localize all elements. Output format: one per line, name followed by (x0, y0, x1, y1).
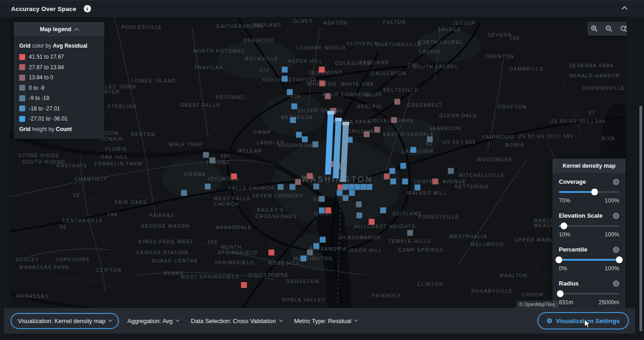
dropdown-label: Data Selection: Cross Validation (191, 318, 276, 324)
map-attribution[interactable]: © OpenMapTiles (516, 301, 558, 308)
slider-minmax: 831m25000m (559, 299, 619, 306)
slider-label-radius: Radius (559, 280, 579, 287)
density-bar-cap (335, 118, 342, 121)
map-canvas[interactable]: POOLESVILLEGAITHERSBURGREDLANDOLNEYASHTO… (10, 17, 627, 308)
slider-track-percentile[interactable] (559, 256, 619, 263)
slider-handle[interactable] (591, 189, 598, 196)
slider-fill (559, 259, 619, 261)
kernel-panel-header: Kernel density map (552, 159, 626, 173)
legend-range-label: 27.67 to 13.84 (29, 64, 64, 71)
slider-max-label: 100% (605, 231, 619, 238)
slider-section-elevation-scale: Elevation Scale10%100% (552, 207, 626, 241)
legend-item: 27.67 to 13.84 (19, 64, 99, 71)
legend-metric-word: Avg Residual (53, 43, 87, 49)
slider-min-label: 831m (559, 299, 573, 306)
slider-handle[interactable] (557, 291, 563, 297)
slider-track (559, 225, 619, 227)
info-icon[interactable] (613, 179, 619, 185)
chevron-up-icon (74, 28, 79, 33)
slider-label-row: Percentile (559, 246, 619, 253)
slider-section-percentile: Percentile0%100% (552, 241, 626, 274)
widget-header: Accuracy Over Space (0, 0, 644, 17)
slider-label-elevation-scale: Elevation Scale (559, 212, 602, 219)
slider-max-label: 100% (605, 265, 619, 272)
settings-button-label: Visualization Settings (556, 318, 620, 324)
density-bar-cap (327, 111, 334, 115)
vertical-scrollbar[interactable] (639, 106, 642, 331)
slider-handle[interactable] (560, 223, 567, 230)
info-icon[interactable] (613, 247, 619, 253)
legend-item: 41.51 to 27.67 (19, 54, 99, 60)
legend-color-chip (19, 64, 25, 70)
legend-grid-word: Grid (19, 43, 31, 49)
slider-minmax: 0%100% (559, 265, 619, 272)
dropdown-aggregation[interactable]: Aggregation: Avg (127, 318, 179, 324)
zoom-reset-icon[interactable] (618, 23, 627, 34)
zoom-in-icon[interactable] (589, 23, 600, 34)
slider-label-percentile: Percentile (559, 246, 587, 253)
chevron-down-icon (354, 318, 358, 322)
dropdown-metric-type[interactable]: Metric Type: Residual (294, 318, 358, 324)
slider-section-radius: Radius831m25000m (552, 274, 626, 308)
map-legend-header[interactable]: Map legend (14, 22, 104, 36)
slider-min-label: 10% (559, 231, 570, 238)
legend-range-label: 0 to -9 (29, 85, 44, 91)
slider-handle[interactable] (556, 257, 563, 263)
slider-track (559, 293, 619, 295)
info-icon[interactable] (613, 280, 619, 287)
density-bar-cap (342, 122, 349, 126)
slider-section-coverage: Coverage70%100% (552, 173, 626, 207)
kernel-panel-title: Kernel density map (563, 163, 615, 169)
gear-icon (547, 317, 552, 324)
legend-colorby-word: color by (31, 43, 53, 49)
legend-color-chip (19, 75, 25, 81)
density-bar (340, 125, 349, 182)
slider-max-label: 25000m (599, 299, 619, 306)
legend-range-label: -9 to -18 (29, 95, 49, 101)
slider-max-label: 100% (605, 197, 619, 204)
slider-min-label: 0% (559, 265, 567, 272)
slider-label-row: Coverage (559, 178, 619, 185)
chevron-down-icon (108, 318, 112, 322)
legend-item: -18 to -27.01 (19, 105, 99, 112)
legend-item: 13.84 to 0 (19, 74, 99, 81)
slider-label-coverage: Coverage (559, 178, 586, 185)
legend-grid-word: Grid (19, 126, 31, 132)
slider-track-coverage[interactable] (559, 188, 619, 196)
chevron-up-icon[interactable] (622, 6, 628, 12)
info-icon[interactable] (84, 5, 91, 12)
legend-count-word: Count (56, 126, 72, 132)
dropdown-visualization[interactable]: Visualization: Kernel density map (11, 313, 119, 329)
legend-range-label: 41.51 to 27.67 (29, 54, 64, 60)
map-legend-body: Grid color by Avg Residual 41.51 to 27.6… (14, 36, 104, 139)
legend-color-chip (19, 116, 25, 122)
info-icon[interactable] (613, 213, 619, 219)
legend-item: -27.01 to -36.01 (19, 115, 99, 122)
slider-minmax: 10%100% (559, 231, 619, 238)
slider-minmax: 70%100% (559, 197, 619, 204)
zoom-out-icon[interactable] (603, 23, 614, 34)
chevron-down-icon (279, 318, 282, 322)
legend-color-chip (19, 85, 25, 91)
dropdown-label: Metric Type: Residual (294, 318, 352, 324)
legend-color-chip (19, 105, 25, 111)
slider-track-radius[interactable] (559, 290, 619, 297)
slider-label-row: Radius (559, 280, 619, 287)
chevron-down-icon (176, 318, 179, 322)
legend-range-label: 13.84 to 0 (29, 74, 53, 81)
slider-track-elevation-scale[interactable] (559, 222, 619, 230)
legend-height-rule: Grid height by Count (19, 126, 99, 132)
dropdown-data-selection[interactable]: Data Selection: Cross Validation (191, 318, 282, 324)
slider-handle[interactable] (616, 257, 623, 263)
dropdown-label: Visualization: Kernel density map (18, 318, 105, 324)
density-bar (325, 114, 334, 175)
map-legend-title: Map legend (40, 26, 71, 33)
bottom-toolbar: Visualization: Kernel density mapAggrega… (4, 308, 635, 334)
legend-heightby-word: height by (31, 126, 56, 132)
visualization-settings-button[interactable]: Visualization Settings (537, 312, 629, 329)
kernel-density-panel: Kernel density map Coverage70%100%Elevat… (552, 159, 626, 308)
legend-range-label: -18 to -27.01 (29, 105, 60, 112)
slider-min-label: 70% (559, 197, 570, 204)
slider-fill (559, 191, 595, 193)
page-title: Accuracy Over Space (11, 5, 76, 12)
